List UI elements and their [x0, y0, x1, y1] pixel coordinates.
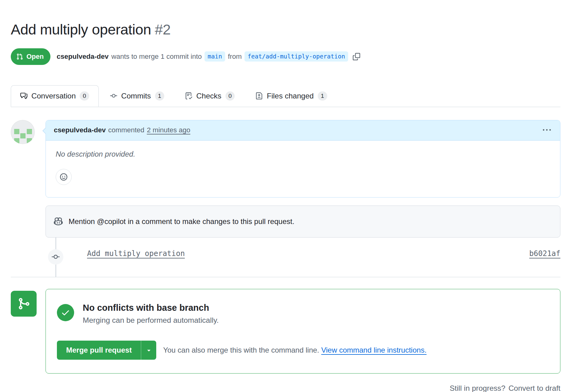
- tab-checks-label: Checks: [196, 92, 221, 100]
- tab-checks-count: 0: [225, 91, 235, 101]
- add-reaction-button[interactable]: [56, 169, 72, 185]
- cli-merge-text: You can also merge this with the command…: [163, 346, 426, 354]
- comment-action: commented: [108, 126, 145, 134]
- pr-tabs: Conversation 0 Commits 1 Checks 0 Files …: [11, 85, 560, 107]
- comment-discussion-icon: [20, 92, 27, 99]
- comment-header: csepulveda-dev commented 2 minutes ago: [46, 120, 560, 141]
- merge-status-text: No conflicts with base branch Merging ca…: [83, 303, 219, 325]
- git-commit-icon: [110, 92, 117, 99]
- tab-commits-label: Commits: [121, 92, 151, 100]
- status-badge-label: Open: [26, 53, 44, 61]
- section-divider: [11, 277, 560, 277]
- checklist-icon: [185, 92, 192, 99]
- git-commit-icon: [48, 249, 63, 265]
- pr-title-text: Add multiply operation: [11, 21, 151, 38]
- comment-caret-fill: [43, 128, 46, 134]
- merge-button-group: Merge pull request: [57, 341, 156, 360]
- pr-subtitle-action: wants to merge 1 commit into: [111, 53, 202, 61]
- tab-files-changed[interactable]: Files changed 1: [246, 85, 336, 107]
- copilot-banner: Mention @copilot in a comment to make ch…: [46, 206, 560, 238]
- comment-menu-button[interactable]: [542, 125, 552, 135]
- commit-timeline: Add multiply operation b6021af: [11, 238, 560, 277]
- pull-request-page: Add multiply operation#2 Open csepulveda…: [0, 0, 569, 392]
- merge-status-heading: No conflicts with base branch: [83, 303, 219, 313]
- merge-status-subtext: Merging can be performed automatically.: [83, 316, 219, 325]
- merge-options-dropdown-button[interactable]: [141, 341, 156, 360]
- draft-footer: Still in progress? Convert to draft: [11, 384, 560, 392]
- pr-subtitle: csepulveda-dev wants to merge 1 commit i…: [57, 51, 360, 62]
- cli-instructions-link[interactable]: View command line instructions.: [321, 346, 426, 354]
- pr-meta-row: Open csepulveda-dev wants to merge 1 com…: [11, 48, 560, 65]
- git-pull-request-icon: [16, 53, 23, 60]
- pr-subtitle-from: from: [228, 53, 242, 61]
- copy-icon: [353, 53, 360, 60]
- smiley-icon: [60, 173, 68, 181]
- pr-description-comment: csepulveda-dev commented 2 minutes ago N…: [11, 120, 560, 198]
- page-title: Add multiply operation#2: [11, 21, 560, 38]
- comment-author[interactable]: csepulveda-dev: [54, 126, 106, 134]
- tab-files-changed-label: Files changed: [267, 92, 314, 100]
- triangle-down-icon: [145, 347, 152, 354]
- tab-conversation[interactable]: Conversation 0: [11, 85, 99, 107]
- merge-section: No conflicts with base branch Merging ca…: [11, 289, 560, 374]
- copilot-banner-text: Mention @copilot in a comment to make ch…: [69, 217, 294, 226]
- commit-row: Add multiply operation b6021af: [11, 249, 560, 258]
- kebab-horizontal-icon: [543, 126, 551, 134]
- check-icon: [57, 304, 74, 321]
- pr-number: #2: [155, 21, 170, 38]
- git-merge-icon: [11, 291, 37, 317]
- copilot-icon: [54, 217, 63, 226]
- head-branch-label[interactable]: feat/add-multiply-operation: [245, 51, 348, 62]
- comment-body: No description provided.: [46, 141, 560, 197]
- comment-timestamp-link[interactable]: 2 minutes ago: [147, 126, 190, 134]
- tab-commits-count: 1: [155, 91, 165, 101]
- commit-sha-link[interactable]: b6021af: [529, 249, 560, 258]
- tab-conversation-label: Conversation: [31, 92, 76, 100]
- merge-box: No conflicts with base branch Merging ca…: [46, 289, 560, 374]
- tab-conversation-count: 0: [80, 91, 89, 101]
- comment-text: No description provided.: [56, 150, 550, 158]
- comment-container: csepulveda-dev commented 2 minutes ago N…: [46, 120, 560, 198]
- file-diff-icon: [256, 92, 263, 99]
- tab-commits[interactable]: Commits 1: [101, 85, 174, 107]
- commit-message-link[interactable]: Add multiply operation: [87, 249, 185, 258]
- cli-merge-sentence: You can also merge this with the command…: [163, 346, 319, 354]
- convert-to-draft-link[interactable]: Convert to draft: [508, 384, 560, 392]
- draft-question: Still in progress?: [450, 384, 505, 392]
- tab-checks[interactable]: Checks 0: [176, 85, 244, 107]
- avatar[interactable]: [11, 120, 35, 144]
- copy-branch-button[interactable]: [353, 53, 360, 60]
- pr-author[interactable]: csepulveda-dev: [57, 53, 109, 61]
- merge-status: No conflicts with base branch Merging ca…: [57, 303, 549, 325]
- merge-pull-request-button[interactable]: Merge pull request: [57, 341, 141, 360]
- tab-files-changed-count: 1: [318, 91, 327, 101]
- base-branch-label[interactable]: main: [205, 51, 225, 62]
- merge-actions: Merge pull request You can also merge th…: [57, 341, 549, 360]
- status-badge: Open: [11, 48, 50, 65]
